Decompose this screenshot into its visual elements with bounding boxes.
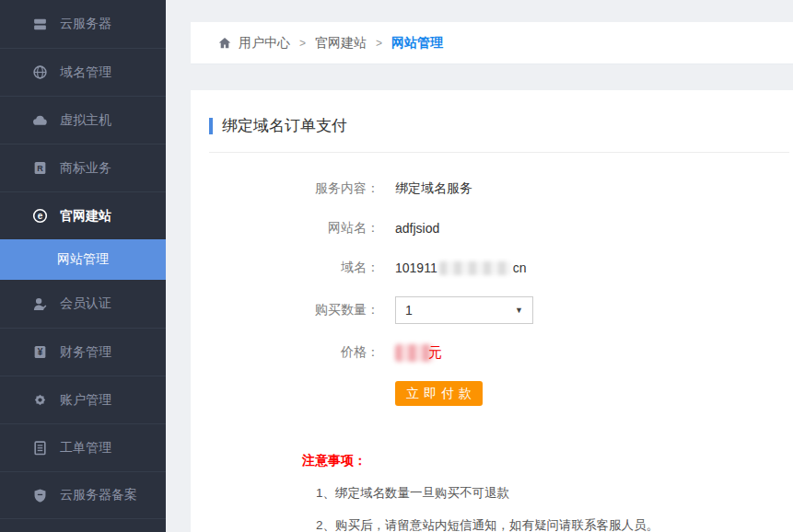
- svg-text:e: e: [38, 211, 43, 221]
- home-icon: [217, 36, 232, 50]
- service-label: 服务内容：: [191, 180, 379, 197]
- order-form: 服务内容： 绑定域名服务 网站名： adfjsiod 域名： 101911 cn…: [191, 153, 793, 406]
- content-area: 用户中心 > 官网建站 > 网站管理 绑定域名订单支付 服务内容： 绑定域名服务…: [166, 0, 793, 532]
- breadcrumb-item-website-build[interactable]: 官网建站: [315, 35, 367, 52]
- domain-redacted-blur: [439, 261, 511, 275]
- work-order-icon: [32, 440, 48, 456]
- pay-now-button[interactable]: 立即付款: [395, 381, 483, 406]
- sidebar-subitem-site-manage[interactable]: 网站管理: [0, 239, 166, 280]
- notice-section: 注意事项： 1、绑定域名数量一旦购买不可退款 2、购买后，请留意站内短信通知，如…: [302, 453, 793, 532]
- sitename-label: 网站名：: [191, 220, 379, 237]
- sidebar-item-label: 工单管理: [60, 440, 111, 457]
- breadcrumb-item-user-center[interactable]: 用户中心: [239, 35, 290, 52]
- page-title: 绑定域名订单支付: [222, 115, 347, 136]
- sidebar-item-label: 商标业务: [60, 160, 111, 177]
- breadcrumb: 用户中心 > 官网建站 > 网站管理: [191, 22, 793, 64]
- notice-item: 1、绑定域名数量一旦购买不可退款: [316, 485, 793, 502]
- svg-text:R: R: [37, 164, 43, 173]
- sidebar-item-label: 虚拟主机: [60, 112, 111, 129]
- sidebar-item-domain[interactable]: 域名管理: [0, 48, 166, 96]
- form-row-quantity: 购买数量： 1 ▼: [191, 296, 793, 324]
- sidebar-item-work-order[interactable]: 工单管理: [0, 423, 166, 471]
- quantity-label: 购买数量：: [191, 302, 379, 318]
- sidebar-item-account[interactable]: 账户管理: [0, 376, 166, 423]
- title-accent-bar: [209, 118, 213, 134]
- sitename-value: adfjsiod: [395, 221, 439, 236]
- sidebar-item-label: 账户管理: [60, 392, 111, 409]
- sidebar-item-label: 财务管理: [60, 344, 111, 361]
- sidebar-item-label: 云服务器备案: [60, 487, 137, 503]
- service-value: 绑定域名服务: [395, 180, 472, 197]
- domain-value-prefix: 101911: [395, 260, 437, 275]
- price-unit: 元: [428, 344, 442, 362]
- website-build-icon: e: [32, 208, 48, 224]
- price-value: 元: [395, 344, 442, 362]
- form-row-price: 价格： 元: [191, 341, 793, 364]
- sidebar-item-trademark[interactable]: R 商标业务: [0, 144, 166, 191]
- price-label: 价格：: [191, 344, 379, 361]
- quantity-select[interactable]: 1 ▼: [395, 296, 533, 324]
- form-row-domain: 域名： 101911 cn: [191, 257, 793, 279]
- account-gear-icon: [32, 392, 48, 408]
- finance-icon: ¥: [32, 344, 48, 360]
- domain-value-suffix: cn: [513, 260, 527, 275]
- quantity-field: 1 ▼: [395, 296, 533, 324]
- member-auth-icon: [32, 296, 48, 312]
- sidebar: 云服务器 域名管理 虚拟主机 R 商标业务 e 官网建站 网站管理 会员认证: [0, 0, 166, 532]
- virtual-host-icon: [32, 112, 48, 128]
- sidebar-item-label: 会员认证: [60, 295, 111, 312]
- form-row-service: 服务内容： 绑定域名服务: [191, 178, 793, 200]
- sidebar-item-cloud-server[interactable]: 云服务器: [0, 0, 166, 48]
- quantity-selected-value: 1: [405, 303, 413, 318]
- breadcrumb-separator: >: [299, 37, 306, 50]
- sidebar-item-finance[interactable]: ¥ 财务管理: [0, 328, 166, 376]
- sidebar-item-label: 官网建站: [60, 208, 111, 225]
- domain-label: 域名：: [191, 260, 379, 276]
- chevron-down-icon: ▼: [515, 306, 523, 315]
- breadcrumb-separator: >: [376, 37, 382, 50]
- sidebar-item-server-filing[interactable]: 云服务器备案: [0, 471, 166, 519]
- order-payment-panel: 绑定域名订单支付 服务内容： 绑定域名服务 网站名： adfjsiod 域名： …: [191, 90, 793, 532]
- domain-icon: [32, 64, 48, 80]
- breadcrumb-item-site-manage: 网站管理: [391, 35, 443, 52]
- sidebar-item-virtual-host[interactable]: 虚拟主机: [0, 96, 166, 144]
- filing-shield-icon: [32, 488, 48, 503]
- cloud-server-icon: [32, 17, 48, 32]
- svg-text:¥: ¥: [38, 347, 43, 357]
- form-row-sitename: 网站名： adfjsiod: [191, 217, 793, 239]
- sidebar-item-label: 云服务器: [60, 16, 111, 32]
- notice-item: 2、购买后，请留意站内短信通知，如有疑问请联系客服人员。: [316, 517, 793, 532]
- domain-value: 101911 cn: [395, 260, 526, 275]
- sidebar-item-label: 域名管理: [60, 64, 111, 81]
- sidebar-subitem-label: 网站管理: [57, 251, 109, 268]
- notice-title: 注意事项：: [302, 453, 793, 469]
- sidebar-item-member-auth[interactable]: 会员认证: [0, 280, 166, 328]
- panel-header: 绑定域名订单支付: [209, 90, 789, 153]
- trademark-icon: R: [32, 160, 48, 176]
- sidebar-item-website-build[interactable]: e 官网建站: [0, 191, 166, 239]
